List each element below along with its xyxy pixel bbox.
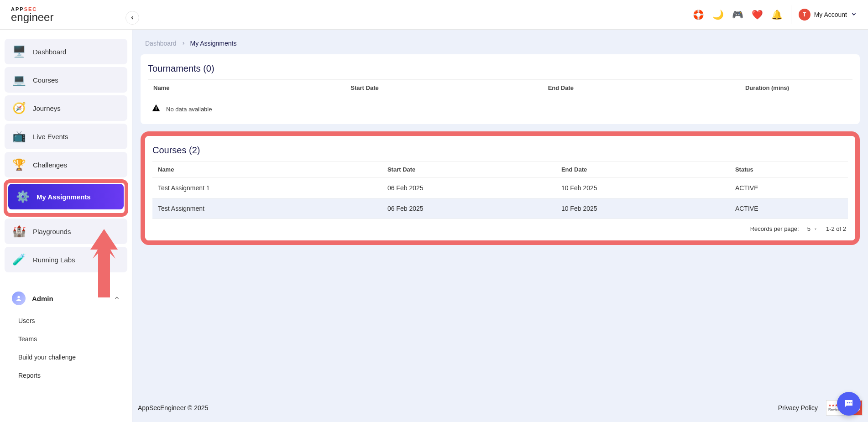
courses-pager: Records per page: 5 1-2 of 2 [152, 219, 848, 235]
courses-icon: 💻 [12, 73, 26, 87]
avatar: T [799, 9, 810, 21]
logo-text-bottom: engineer [11, 12, 53, 23]
pager-per-page-value: 5 [807, 225, 810, 232]
dashboard-icon: 🖥️ [12, 44, 26, 59]
svg-point-7 [851, 402, 852, 404]
admin-sub-label: Teams [18, 335, 37, 343]
courses-card: Courses (2) Name Start Date End Date Sta… [145, 136, 855, 240]
header-icon-row: 🛟 🌙 🎮 ❤️ 🔔 [693, 9, 783, 20]
sidebar-item-label: Playgrounds [33, 228, 71, 235]
chevron-up-icon [114, 295, 120, 302]
sidebar-section-admin[interactable]: Admin [5, 285, 127, 312]
annotation-highlight-sidebar: ⚙️ My Assignments [4, 179, 128, 217]
footer-copyright: AppSecEngineer © 2025 [138, 404, 208, 412]
cell-name: Test Assignment [152, 198, 382, 219]
svg-rect-2 [156, 109, 157, 110]
sidebar-collapse-button[interactable] [125, 11, 139, 25]
playgrounds-icon: 🏰 [12, 224, 26, 239]
logo[interactable]: APPSEC engineer [11, 6, 53, 23]
chevron-right-icon [181, 40, 186, 47]
col-start-date[interactable]: Start Date [382, 162, 556, 178]
cell-start: 06 Feb 2025 [382, 178, 556, 198]
account-label: My Account [814, 11, 847, 18]
svg-rect-1 [156, 107, 157, 109]
privacy-link[interactable]: Privacy Policy [778, 404, 818, 412]
col-start-date[interactable]: Start Date [345, 80, 542, 96]
col-duration[interactable]: Duration (mins) [740, 80, 852, 96]
admin-sub-build-challenge[interactable]: Build your challenge [5, 348, 127, 366]
assignments-icon: ⚙️ [16, 189, 30, 204]
tournaments-empty: No data available [148, 96, 852, 119]
admin-label: Admin [32, 295, 53, 302]
sidebar-item-live-events[interactable]: 📺 Live Events [5, 124, 127, 149]
col-name[interactable]: Name [148, 80, 345, 96]
chevron-down-icon [813, 227, 818, 231]
cell-end: 10 Feb 2025 [556, 178, 730, 198]
sidebar-item-label: Journeys [33, 104, 61, 112]
svg-point-6 [849, 402, 850, 404]
cell-status: ACTIVE [730, 178, 848, 198]
breadcrumb: Dashboard My Assignments [141, 30, 860, 54]
sidebar-item-courses[interactable]: 💻 Courses [5, 67, 127, 93]
sidebar-item-dashboard[interactable]: 🖥️ Dashboard [5, 39, 127, 64]
moon-icon[interactable]: 🌙 [712, 9, 724, 20]
pager-label: Records per page: [750, 225, 799, 232]
chevron-down-icon [851, 11, 857, 19]
pager-per-page[interactable]: 5 [807, 225, 818, 232]
chat-icon [843, 398, 854, 409]
breadcrumb-root[interactable]: Dashboard [145, 40, 177, 47]
main-area: Dashboard My Assignments Tournaments (0)… [132, 30, 868, 422]
admin-sub-teams[interactable]: Teams [5, 330, 127, 348]
header-right: 🛟 🌙 🎮 ❤️ 🔔 T My Account [693, 5, 857, 24]
col-status[interactable]: Status [730, 162, 848, 178]
col-end-date[interactable]: End Date [556, 162, 730, 178]
sidebar-item-label: Live Events [33, 133, 68, 141]
bell-icon[interactable]: 🔔 [771, 9, 783, 20]
heart-icon[interactable]: ❤️ [752, 9, 763, 20]
admin-sub-label: Reports [18, 372, 41, 379]
journeys-icon: 🧭 [12, 101, 26, 115]
tournaments-card: Tournaments (0) Name Start Date End Date… [141, 54, 860, 124]
sidebar: 🖥️ Dashboard 💻 Courses 🧭 Journeys 📺 Live… [0, 30, 132, 422]
cell-end: 10 Feb 2025 [556, 198, 730, 219]
admin-sub-reports[interactable]: Reports [5, 366, 127, 385]
empty-text: No data available [166, 106, 212, 113]
pager-range: 1-2 of 2 [826, 225, 846, 232]
admin-sub-label: Build your challenge [18, 354, 76, 361]
chat-button[interactable] [837, 392, 861, 416]
challenges-icon: 🏆 [12, 157, 26, 172]
col-name[interactable]: Name [152, 162, 382, 178]
live-events-icon: 📺 [12, 129, 26, 144]
table-row[interactable]: Test Assignment 06 Feb 2025 10 Feb 2025 … [152, 198, 848, 219]
courses-table: Name Start Date End Date Status Test Ass… [152, 161, 848, 219]
cell-status: ACTIVE [730, 198, 848, 219]
cell-start: 06 Feb 2025 [382, 198, 556, 219]
sidebar-item-my-assignments[interactable]: ⚙️ My Assignments [8, 184, 124, 209]
annotation-highlight-courses: Courses (2) Name Start Date End Date Sta… [141, 131, 860, 245]
lifebuoy-icon[interactable]: 🛟 [693, 9, 704, 20]
warning-icon [152, 104, 161, 115]
sidebar-item-running-labs[interactable]: 🧪 Running Labs [5, 247, 127, 272]
svg-point-0 [17, 296, 20, 298]
sidebar-item-label: My Assignments [37, 193, 91, 201]
admin-icon [12, 292, 26, 305]
sidebar-item-label: Courses [33, 76, 58, 84]
app-header: APPSEC engineer 🛟 🌙 🎮 ❤️ 🔔 T My Account [0, 0, 868, 30]
tournaments-title: Tournaments (0) [148, 61, 852, 79]
discord-icon[interactable]: 🎮 [732, 9, 743, 20]
admin-sub-label: Users [18, 317, 35, 324]
footer: AppSecEngineer © 2025 Privacy Policy ★★★… [132, 394, 868, 422]
sidebar-item-label: Running Labs [33, 256, 75, 264]
tournaments-table: Name Start Date End Date Duration (mins) [148, 79, 852, 96]
courses-title: Courses (2) [152, 142, 848, 161]
sidebar-item-challenges[interactable]: 🏆 Challenges [5, 152, 127, 177]
breadcrumb-current: My Assignments [190, 40, 237, 47]
admin-sub-users[interactable]: Users [5, 312, 127, 330]
sidebar-item-playgrounds[interactable]: 🏰 Playgrounds [5, 219, 127, 244]
account-menu[interactable]: T My Account [791, 5, 857, 24]
running-labs-icon: 🧪 [12, 252, 26, 267]
sidebar-item-label: Dashboard [33, 48, 66, 56]
col-end-date[interactable]: End Date [543, 80, 740, 96]
sidebar-item-journeys[interactable]: 🧭 Journeys [5, 95, 127, 121]
table-row[interactable]: Test Assignment 1 06 Feb 2025 10 Feb 202… [152, 178, 848, 198]
